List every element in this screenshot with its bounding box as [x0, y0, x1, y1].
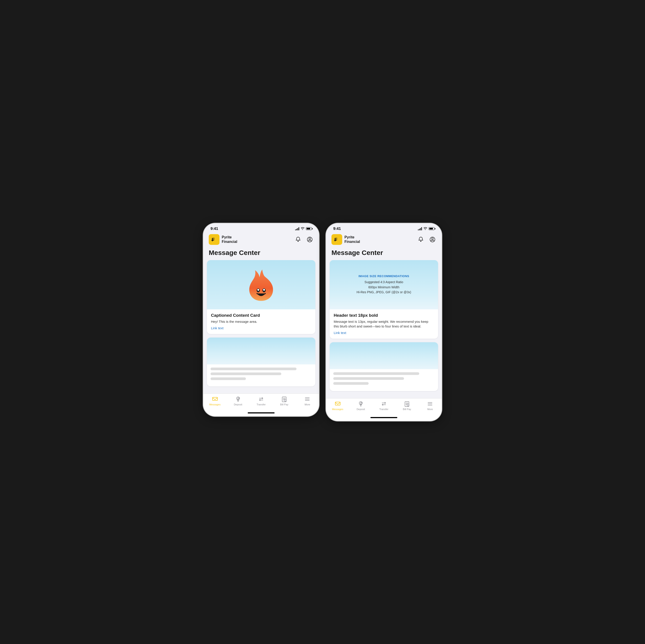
nav-deposit-right[interactable]: Deposit	[349, 401, 372, 410]
skeleton-card-right	[330, 342, 438, 391]
skeleton-line-2-left	[211, 372, 281, 375]
nav-messages-left[interactable]: Messages	[203, 396, 226, 406]
brand-left: F Pyrite Financial	[209, 234, 237, 245]
card-link-left[interactable]: Link text	[211, 326, 311, 330]
image-rec-title-right: IMAGE SIZE RECOMMENDATIONS	[359, 274, 409, 278]
signal-icon-right	[418, 227, 422, 230]
skeleton-image-left	[207, 338, 315, 364]
skeleton-line-3-left	[211, 377, 246, 380]
deposit-icon-right	[357, 401, 364, 407]
bell-icon-right[interactable]	[417, 236, 425, 243]
flame-icon-left	[245, 266, 277, 304]
nav-messages-label-right: Messages	[332, 408, 343, 410]
transfer-icon-left	[257, 396, 265, 402]
captioned-card-left: Captioned Content Card Hey! This is the …	[207, 260, 315, 334]
skeleton-image-right	[330, 342, 438, 369]
battery-icon-right	[429, 227, 434, 230]
skeleton-card-left	[207, 338, 315, 386]
nav-deposit-label-left: Deposit	[234, 403, 242, 406]
svg-point-8	[238, 398, 238, 399]
brand-name-left: Pyrite Financial	[222, 235, 237, 244]
header-icons-left	[294, 236, 313, 243]
svg-text:F: F	[335, 237, 337, 243]
svg-point-4	[309, 238, 310, 240]
home-indicator-left	[203, 410, 319, 416]
image-rec-area-right: IMAGE SIZE RECOMMENDATIONS Suggested 4:3…	[330, 260, 438, 309]
more-icon-left	[304, 396, 311, 402]
nav-transfer-label-left: Transfer	[257, 403, 266, 406]
card-title-right: Header text 18px bold	[334, 313, 434, 318]
skeleton-body-right	[330, 369, 438, 391]
home-bar-left	[248, 412, 274, 413]
brand-logo-right: F	[332, 234, 342, 245]
messages-icon-right	[334, 401, 341, 407]
signal-icon-left	[295, 227, 299, 230]
skeleton-line-1-left	[211, 368, 296, 370]
image-rec-text-right: Suggested 4:3 Aspect Ratio 600px Minimum…	[357, 280, 411, 295]
phones-container: 9:41	[203, 223, 442, 421]
card-message-right: Message text is 13px, regular weight. We…	[334, 319, 434, 329]
header-icons-right	[417, 236, 436, 243]
brand-right: F Pyrite Financial	[332, 234, 360, 245]
billpay-icon-left	[281, 396, 288, 402]
nav-deposit-left[interactable]: Deposit	[226, 396, 249, 406]
nav-more-left[interactable]: More	[296, 396, 319, 406]
nav-more-label-left: More	[304, 403, 310, 406]
nav-transfer-label-right: Transfer	[379, 408, 389, 410]
card-body-right: Header text 18px bold Message text is 13…	[330, 309, 438, 339]
svg-rect-16	[335, 402, 340, 405]
page-title-right: Message Center	[326, 247, 442, 260]
skeleton-line-1-right	[333, 372, 419, 375]
svg-rect-7	[213, 397, 217, 400]
app-header-left: F Pyrite Financial	[203, 232, 319, 247]
nav-messages-label-left: Messages	[209, 403, 221, 406]
phone-right: 9:41	[326, 223, 442, 421]
nav-transfer-right[interactable]: Transfer	[372, 401, 395, 410]
status-bar-right: 9:41	[326, 223, 442, 232]
brand-name-right: Pyrite Financial	[345, 235, 360, 244]
wifi-icon-right	[423, 227, 427, 231]
card-message-left: Hey! This is the message area.	[211, 319, 311, 324]
bottom-nav-left: Messages Deposit	[203, 393, 319, 410]
nav-transfer-left[interactable]: Transfer	[249, 396, 272, 406]
skeleton-body-left	[207, 364, 315, 386]
status-bar-left: 9:41	[203, 223, 319, 232]
status-time-left: 9:41	[211, 227, 218, 231]
svg-rect-13	[334, 240, 337, 241]
svg-point-15	[432, 238, 433, 240]
nav-billpay-right[interactable]: Bill Pay	[396, 401, 419, 410]
nav-messages-right[interactable]: Messages	[326, 401, 349, 410]
nav-billpay-label-right: Bill Pay	[403, 408, 411, 410]
more-icon-right	[426, 401, 434, 407]
bottom-nav-right: Messages Deposit	[326, 398, 442, 414]
card-link-right[interactable]: Link text	[334, 331, 434, 335]
card-image-left	[207, 260, 315, 309]
bell-icon-left[interactable]	[294, 236, 302, 243]
home-indicator-right	[326, 414, 442, 421]
content-area-right[interactable]: IMAGE SIZE RECOMMENDATIONS Suggested 4:3…	[326, 260, 442, 398]
messages-icon-left	[211, 396, 219, 402]
billpay-icon-right	[403, 401, 411, 407]
nav-more-label-right: More	[427, 408, 433, 410]
wifi-icon-left	[300, 227, 304, 231]
phone-left: 9:41	[203, 223, 319, 416]
profile-icon-left[interactable]	[306, 236, 313, 243]
nav-billpay-left[interactable]: Bill Pay	[273, 396, 296, 406]
battery-icon-left	[306, 227, 312, 230]
svg-rect-2	[211, 240, 214, 241]
image-rec-card-right: IMAGE SIZE RECOMMENDATIONS Suggested 4:3…	[330, 260, 438, 339]
svg-text:F: F	[212, 237, 215, 243]
svg-point-17	[360, 402, 361, 403]
nav-deposit-label-right: Deposit	[357, 408, 365, 410]
nav-billpay-label-left: Bill Pay	[280, 403, 288, 406]
content-area-left[interactable]: Captioned Content Card Hey! This is the …	[203, 260, 319, 393]
app-header-right: F Pyrite Financial	[326, 232, 442, 247]
card-body-left: Captioned Content Card Hey! This is the …	[207, 309, 315, 334]
nav-more-right[interactable]: More	[419, 401, 442, 410]
page-title-left: Message Center	[203, 247, 319, 260]
transfer-icon-right	[380, 401, 388, 407]
card-title-left: Captioned Content Card	[211, 313, 311, 318]
profile-icon-right[interactable]	[429, 236, 436, 243]
skeleton-line-2-right	[333, 377, 404, 380]
status-time-right: 9:41	[333, 227, 341, 231]
